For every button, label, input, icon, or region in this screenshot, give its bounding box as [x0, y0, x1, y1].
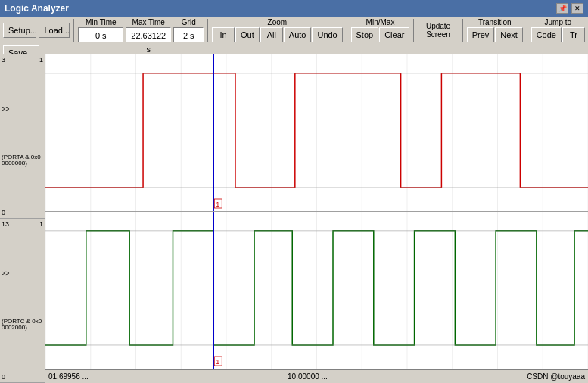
signal-1-mid: >>: [2, 105, 10, 113]
minmax-clear-button[interactable]: Clear: [379, 27, 409, 42]
jump-to-group: Jump to Code Tr: [531, 18, 585, 42]
window-title: Logic Analyzer: [5, 3, 69, 14]
waveform-canvas-2: [45, 212, 588, 369]
status-left: 01.69956 ...: [48, 372, 89, 381]
signal-1-top2: 1: [39, 56, 43, 64]
waveform-panel-1[interactable]: [45, 54, 588, 212]
separator-1: [73, 19, 74, 42]
signal-labels: 3 1 >> (PORTA & 0x00000008) 0 13 1 >> (P…: [0, 54, 45, 383]
zoom-label: Zoom: [268, 18, 288, 26]
load-button[interactable]: Load...: [39, 23, 70, 38]
waveform-canvas-1: [45, 54, 588, 211]
minmax-group: Min/Max Stop Clear: [351, 18, 410, 42]
update-screen-label: Update Screen: [418, 22, 459, 39]
zoom-all-button[interactable]: All: [260, 27, 283, 42]
update-screen-group: Update Screen: [418, 22, 459, 39]
transition-buttons: Prev Next: [467, 27, 523, 42]
title-bar: Logic Analyzer 📌 ✕: [0, 0, 588, 17]
minmax-label: Min/Max: [366, 18, 395, 26]
minmax-stop-button[interactable]: Stop: [351, 27, 379, 42]
zoom-out-button[interactable]: Out: [235, 27, 260, 42]
zoom-buttons: In Out All Auto Undo: [212, 27, 343, 42]
separator-3: [347, 19, 347, 42]
max-time-group: Max Time 22.63122 s: [126, 18, 171, 42]
close-icon[interactable]: ✕: [571, 3, 583, 14]
grid-value: 2 s: [173, 27, 204, 42]
status-mid: 10.00000 ...: [288, 372, 328, 381]
max-time-label: Max Time: [132, 18, 165, 26]
main-area: 3 1 >> (PORTA & 0x00000008) 0 13 1 >> (P…: [0, 54, 588, 383]
transition-next-button[interactable]: Next: [495, 27, 523, 42]
signal-2-val0: 0: [2, 373, 5, 381]
signal-label-1: 3 1 >> (PORTA & 0x00000008) 0: [0, 54, 45, 219]
signal-2-top1: 13: [2, 220, 9, 228]
signal-1-name: (PORTA & 0x00000008): [2, 154, 43, 168]
separator-5: [462, 19, 463, 42]
zoom-undo-button[interactable]: Undo: [312, 27, 342, 42]
signal-1-top1: 3: [2, 56, 5, 64]
transition-group: Transition Prev Next: [467, 18, 523, 42]
transition-prev-button[interactable]: Prev: [467, 27, 495, 42]
grid-group: Grid 2 s: [173, 18, 204, 42]
jump-tr-button[interactable]: Tr: [562, 27, 585, 42]
separator-6: [527, 19, 527, 42]
toolbar: Setup... Load... Min Time 0 s Max Time 2…: [0, 17, 588, 54]
transition-label: Transition: [478, 18, 512, 26]
max-time-value: 22.63122 s: [126, 27, 171, 42]
signal-2-name: (PORTC & 0x00002000): [2, 319, 43, 332]
separator-4: [413, 19, 414, 42]
minmax-buttons: Stop Clear: [351, 27, 410, 42]
waveform-area: 01.69956 ... 10.00000 ... CSDN @touyaaa: [45, 54, 588, 383]
min-time-group: Min Time 0 s: [78, 18, 123, 42]
pin-icon[interactable]: 📌: [556, 3, 568, 14]
separator-2: [207, 19, 208, 42]
grid-label: Grid: [182, 18, 196, 26]
min-time-label: Min Time: [86, 18, 117, 26]
zoom-group: Zoom In Out All Auto Undo: [212, 18, 343, 42]
jump-to-label: Jump to: [545, 18, 572, 26]
jump-to-buttons: Code Tr: [531, 27, 585, 42]
status-bar: 01.69956 ... 10.00000 ... CSDN @touyaaa: [45, 369, 588, 383]
toolbar-row-1: Setup... Load... Min Time 0 s Max Time 2…: [3, 18, 585, 42]
setup-button[interactable]: Setup...: [3, 23, 36, 38]
signal-1-val0: 0: [2, 209, 5, 216]
min-time-value: 0 s: [78, 27, 123, 42]
waveform-panel-2[interactable]: [45, 212, 588, 369]
signal-label-2: 13 1 >> (PORTC & 0x00002000) 0: [0, 219, 45, 383]
zoom-in-button[interactable]: In: [212, 27, 235, 42]
signal-2-top2: 1: [39, 220, 43, 228]
window-controls: 📌 ✕: [556, 3, 583, 14]
zoom-auto-button[interactable]: Auto: [284, 27, 312, 42]
signal-2-mid: >>: [2, 269, 10, 277]
jump-code-button[interactable]: Code: [531, 27, 562, 42]
status-right: CSDN @touyaaa: [527, 372, 585, 381]
